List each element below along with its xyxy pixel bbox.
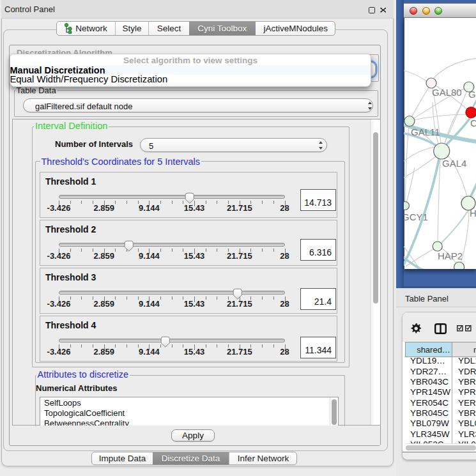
svg-text:GCY1: GCY1: [404, 211, 428, 222]
svg-text:GAL80: GAL80: [432, 87, 462, 98]
svg-text:GA: GA: [468, 89, 476, 100]
svg-text:GAL11: GAL11: [411, 127, 440, 137]
svg-text:GAL4: GAL4: [442, 158, 466, 169]
svg-text:H: H: [470, 208, 476, 219]
svg-text:HAP2: HAP2: [438, 250, 463, 261]
svg-text:C: C: [470, 118, 476, 128]
